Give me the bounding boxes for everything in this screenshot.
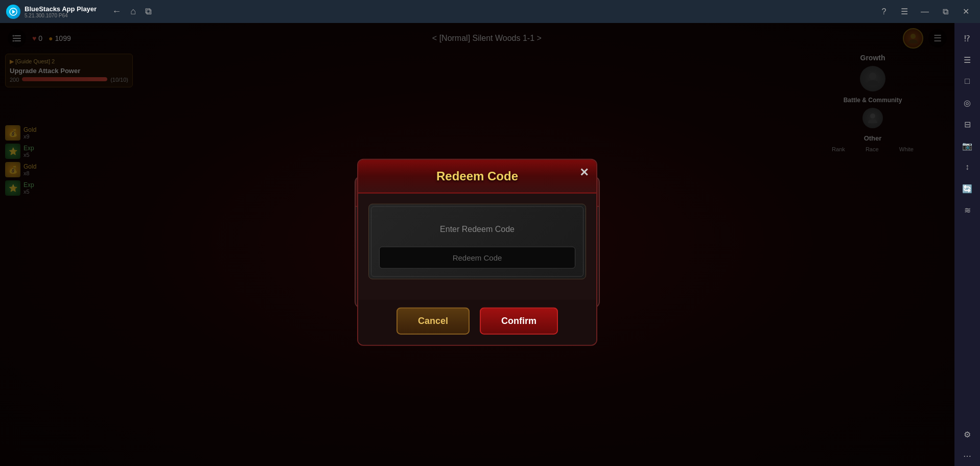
home-button[interactable]: ⌂ <box>130 6 136 17</box>
sidebar-btn-4[interactable]: ◎ <box>957 92 977 113</box>
cancel-button[interactable]: Cancel <box>396 307 470 334</box>
sidebar-btn-3[interactable]: □ <box>957 71 977 91</box>
redeem-close-button[interactable]: ✕ <box>579 166 589 179</box>
redeem-header: Redeem Code ✕ <box>358 159 596 193</box>
sidebar-btn-7[interactable]: ↕ <box>957 157 977 177</box>
bluestacks-logo <box>6 5 20 19</box>
title-bar-text: BlueStacks App Player 5.21.300.1070 P64 <box>25 5 97 18</box>
help-button[interactable]: ? <box>876 4 892 20</box>
sidebar-btn-1[interactable]: ⁉ <box>957 28 977 49</box>
sidebar-btn-8[interactable]: 🔄 <box>957 178 977 199</box>
redeem-code-input[interactable] <box>379 246 575 268</box>
right-sidebar: ⁉ ☰ □ ◎ ⊟ 📷 ↕ 🔄 ≋ ⚙ ⋯ <box>954 23 980 466</box>
redeem-placeholder-text: Enter Redeem Code <box>379 224 575 234</box>
close-button[interactable]: ✕ <box>958 4 974 20</box>
sidebar-btn-2[interactable]: ☰ <box>957 50 977 70</box>
sidebar-dots-button[interactable]: ⋯ <box>957 446 977 466</box>
sidebar-settings-button[interactable]: ⚙ <box>957 424 977 445</box>
title-bar: BlueStacks App Player 5.21.300.1070 P64 … <box>0 0 980 23</box>
game-area: ♥ 0 ● 1099 < [Normal] Silent Woods 1-1 >… <box>0 23 954 466</box>
redeem-input-area: Enter Redeem Code <box>368 203 586 279</box>
redeem-title: Redeem Code <box>368 169 586 183</box>
redeem-modal: Redeem Code ✕ Enter Redeem Code Cancel C… <box>357 158 597 345</box>
sidebar-btn-6[interactable]: 📷 <box>957 135 977 156</box>
menu-button[interactable]: ☰ <box>896 4 913 20</box>
sidebar-btn-9[interactable]: ≋ <box>957 200 977 220</box>
redeem-buttons: Cancel Confirm <box>358 299 596 344</box>
sidebar-btn-5[interactable]: ⊟ <box>957 114 977 134</box>
window-controls: ? ☰ — ⧉ ✕ <box>876 4 974 20</box>
redeem-body: Enter Redeem Code <box>358 193 596 299</box>
confirm-button[interactable]: Confirm <box>480 307 558 334</box>
svg-marker-1 <box>12 10 15 14</box>
title-bar-nav: ← ⌂ ⧉ <box>112 6 152 17</box>
copy-button[interactable]: ⧉ <box>145 6 152 17</box>
minimize-button[interactable]: — <box>917 4 933 20</box>
back-button[interactable]: ← <box>112 6 121 17</box>
restore-button[interactable]: ⧉ <box>937 4 953 20</box>
